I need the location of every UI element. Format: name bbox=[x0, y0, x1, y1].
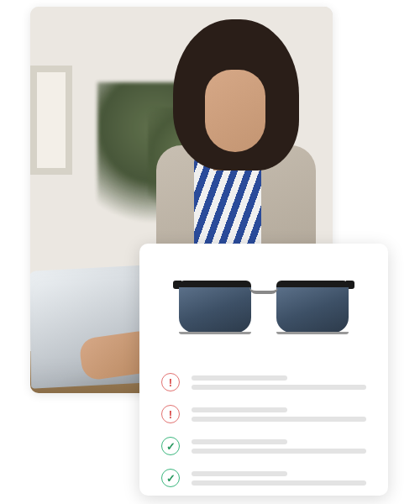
alert-icon: ! bbox=[161, 405, 180, 423]
check-icon: ✓ bbox=[161, 469, 180, 487]
list-item: ✓ bbox=[161, 462, 366, 494]
placeholder-text bbox=[192, 407, 366, 422]
list-item: ! bbox=[161, 366, 366, 398]
placeholder-text bbox=[192, 439, 366, 454]
sunglasses-icon bbox=[176, 272, 352, 339]
check-icon: ✓ bbox=[161, 437, 180, 455]
list-item: ✓ bbox=[161, 430, 366, 462]
placeholder-text bbox=[192, 471, 366, 486]
photo-frame bbox=[30, 66, 72, 175]
alert-icon: ! bbox=[161, 373, 180, 391]
placeholder-text bbox=[192, 375, 366, 390]
product-image bbox=[161, 264, 366, 348]
product-check-card: ! ! ✓ ✓ bbox=[139, 244, 388, 496]
list-item: ! bbox=[161, 398, 366, 430]
